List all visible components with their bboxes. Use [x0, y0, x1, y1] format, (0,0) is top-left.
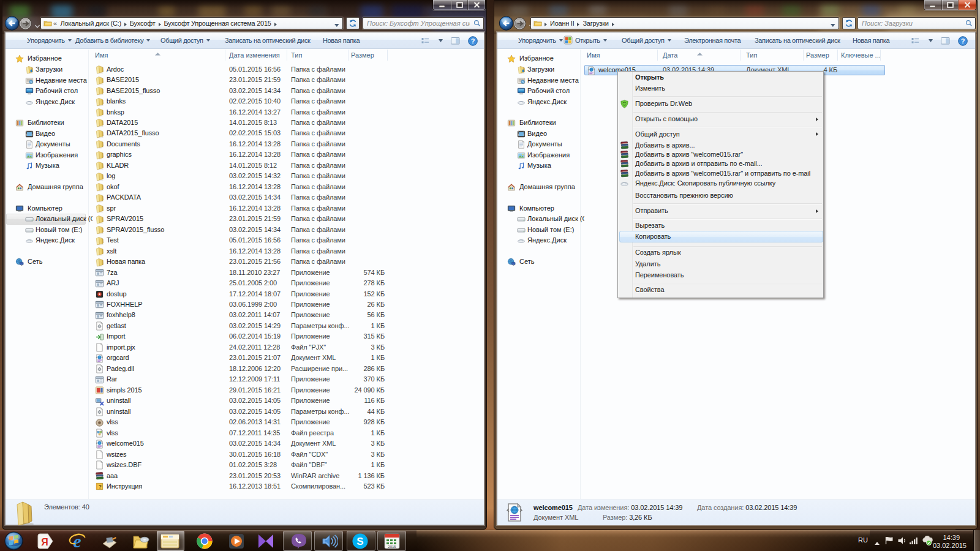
svg-text:?: ?	[471, 37, 475, 45]
svg-text:?: ?	[961, 37, 965, 45]
svg-text:2015: 2015	[388, 545, 396, 549]
svg-text:S: S	[356, 536, 363, 547]
svg-text:Я: Я	[41, 537, 48, 547]
